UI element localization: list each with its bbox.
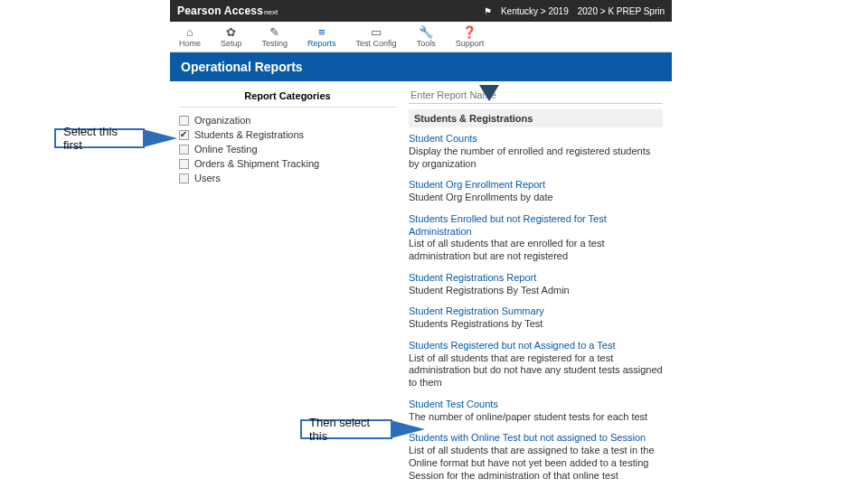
nav-label: Support bbox=[456, 39, 485, 48]
report-item: Students Registered but not Assigned to … bbox=[409, 340, 663, 389]
report-link-org-enrollment[interactable]: Student Org Enrollment Report bbox=[409, 179, 663, 192]
report-desc: Students Registrations by Test bbox=[409, 318, 663, 331]
report-item: Students Enrolled but not Registered for… bbox=[409, 213, 663, 263]
report-desc: Display the number of enrolled and regis… bbox=[409, 145, 663, 171]
nav-tools[interactable]: 🔧Tools bbox=[413, 24, 439, 50]
nav-home[interactable]: ⌂Home bbox=[175, 24, 204, 50]
report-desc: Student Org Enrollments by date bbox=[409, 192, 663, 204]
checkbox-icon[interactable] bbox=[179, 116, 189, 126]
callout-text: Then select this bbox=[309, 416, 383, 443]
nav-label: Setup bbox=[221, 39, 242, 48]
categories-heading: Report Categories bbox=[179, 87, 396, 108]
callout-text: Select this first bbox=[63, 125, 136, 152]
arrow-right-icon bbox=[391, 420, 425, 438]
report-item: Student CountsDisplay the number of enro… bbox=[409, 133, 663, 170]
report-item: Students with Online Test but not assign… bbox=[409, 432, 663, 482]
report-desc: List of all students that are assigned t… bbox=[409, 445, 663, 482]
report-link-registration-summary[interactable]: Student Registration Summary bbox=[409, 305, 663, 318]
nav-label: Testing bbox=[262, 39, 288, 48]
report-link-registrations-report[interactable]: Student Registrations Report bbox=[409, 272, 663, 285]
region-label[interactable]: Kentucky > 2019 bbox=[501, 6, 569, 16]
list-icon: ≡ bbox=[318, 26, 326, 38]
report-desc: List of all students that are registered… bbox=[409, 352, 663, 389]
checkbox-icon[interactable] bbox=[179, 145, 189, 155]
category-orders-shipment[interactable]: Orders & Shipment Tracking bbox=[179, 156, 396, 171]
report-item: Student Test CountsThe number of online/… bbox=[409, 399, 663, 424]
report-item: Student Registrations ReportStudent Regi… bbox=[409, 272, 663, 297]
page-title: Operational Reports bbox=[170, 52, 672, 81]
category-label: Students & Registrations bbox=[194, 129, 304, 140]
topright: ⚑ Kentucky > 2019 2020 > K PREP Sprin bbox=[484, 6, 665, 16]
brand-sup: next bbox=[264, 8, 278, 16]
program-label[interactable]: 2020 > K PREP Sprin bbox=[578, 6, 665, 16]
category-users[interactable]: Users bbox=[179, 171, 396, 185]
report-desc: The number of online/paper student tests… bbox=[409, 411, 663, 424]
nav-reports[interactable]: ≡Reports bbox=[304, 24, 340, 50]
category-students-registrations[interactable]: Students & Registrations bbox=[179, 127, 396, 142]
checkbox-icon[interactable] bbox=[179, 174, 189, 183]
section-heading: Students & Registrations bbox=[409, 109, 663, 127]
brand-main: Pearson Access bbox=[177, 5, 263, 17]
nav-label: Tools bbox=[417, 39, 436, 48]
checkbox-icon[interactable] bbox=[179, 130, 189, 140]
topbar: Pearson Access next ⚑ Kentucky > 2019 20… bbox=[170, 0, 672, 22]
report-item: Student Org Enrollment ReportStudent Org… bbox=[409, 179, 663, 204]
arrow-right-icon bbox=[143, 129, 177, 147]
category-label: Online Testing bbox=[194, 144, 258, 155]
report-link-student-test-counts[interactable]: Student Test Counts bbox=[409, 399, 663, 411]
nav-testing[interactable]: ✎Testing bbox=[259, 24, 292, 50]
report-item: Student Registration SummaryStudents Reg… bbox=[409, 305, 663, 331]
report-link-student-counts[interactable]: Student Counts bbox=[409, 133, 663, 145]
callout-then-select: Then select this bbox=[300, 419, 392, 439]
report-link-enrolled-not-registered[interactable]: Students Enrolled but not Registered for… bbox=[409, 213, 663, 239]
report-desc: List of all students that are enrolled f… bbox=[409, 238, 663, 263]
nav-label: Test Config bbox=[356, 39, 397, 48]
category-label: Orders & Shipment Tracking bbox=[194, 158, 319, 169]
nav-label: Reports bbox=[307, 39, 336, 48]
flag-icon[interactable]: ⚑ bbox=[484, 6, 492, 16]
category-online-testing[interactable]: Online Testing bbox=[179, 142, 396, 156]
callout-select-first: Select this first bbox=[54, 128, 145, 148]
report-desc: Student Registrations By Test Admin bbox=[409, 285, 663, 297]
card-icon: ▭ bbox=[371, 26, 382, 38]
report-link-registered-not-assigned[interactable]: Students Registered but not Assigned to … bbox=[409, 340, 663, 352]
navbar: ⌂Home ✿Setup ✎Testing ≡Reports ▭Test Con… bbox=[170, 22, 672, 52]
report-link-online-not-assigned-session[interactable]: Students with Online Test but not assign… bbox=[409, 432, 663, 445]
nav-label: Home bbox=[179, 39, 201, 48]
report-search-input[interactable] bbox=[409, 87, 663, 104]
home-icon: ⌂ bbox=[186, 26, 193, 38]
pencil-icon: ✎ bbox=[269, 26, 279, 38]
category-label: Organization bbox=[194, 115, 250, 126]
reports-panel: Students & Registrations Student CountsD… bbox=[409, 87, 663, 488]
nav-support[interactable]: ❓Support bbox=[452, 24, 488, 50]
wrench-icon: 🔧 bbox=[419, 26, 433, 38]
nav-test-config[interactable]: ▭Test Config bbox=[353, 24, 401, 50]
gear-icon: ✿ bbox=[226, 26, 236, 38]
help-icon: ❓ bbox=[462, 26, 476, 38]
category-label: Users bbox=[194, 173, 221, 183]
checkbox-icon[interactable] bbox=[179, 159, 189, 169]
category-organization[interactable]: Organization bbox=[179, 113, 396, 127]
brand: Pearson Access next bbox=[177, 5, 278, 17]
nav-setup[interactable]: ✿Setup bbox=[217, 24, 246, 50]
